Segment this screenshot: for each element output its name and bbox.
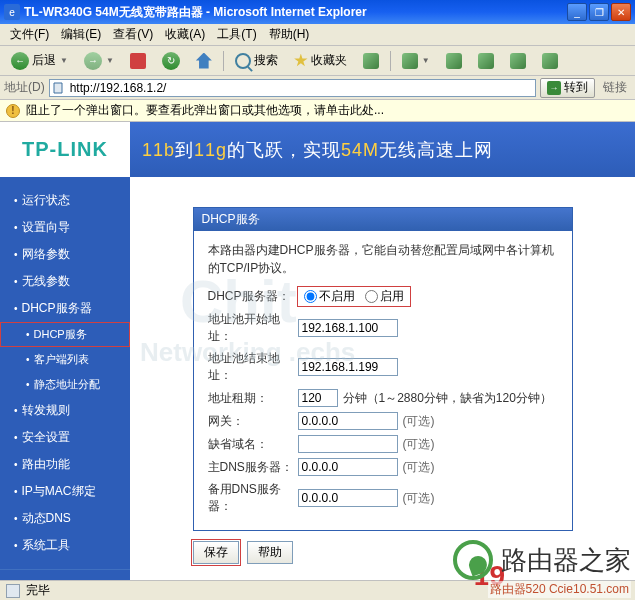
window-title: TL-WR340G 54M无线宽带路由器 - Microsoft Interne… (24, 4, 567, 21)
print-button[interactable] (439, 49, 469, 73)
mail-button[interactable]: ▼ (395, 49, 437, 73)
search-icon (235, 53, 251, 69)
page-content: TP-LINK 11b到11g的飞跃，实现54M无线高速上网 运行状态 设置向导… (0, 122, 635, 588)
save-button[interactable]: 保存 (193, 541, 239, 564)
sidebar-item-status[interactable]: 运行状态 (0, 187, 130, 214)
main-area: 运行状态 设置向导 网络参数 无线参数 DHCP服务器 DHCP服务 客户端列表… (0, 177, 635, 588)
chevron-down-icon: ▼ (106, 56, 114, 65)
refresh-button[interactable]: ↻ (155, 49, 187, 73)
label-start-ip: 地址池开始地址： (208, 311, 298, 345)
search-button[interactable]: 搜索 (228, 49, 285, 73)
research-button[interactable] (503, 49, 533, 73)
history-icon (363, 53, 379, 69)
print-icon (446, 53, 462, 69)
popup-blocked-infobar[interactable]: ! 阻止了一个弹出窗口。要查看此弹出窗口或其他选项，请单击此处... (0, 100, 635, 122)
help-button[interactable]: 帮助 (247, 541, 293, 564)
menu-help[interactable]: 帮助(H) (263, 24, 316, 45)
sidebar-item-ipmac[interactable]: IP与MAC绑定 (0, 478, 130, 505)
stop-icon (130, 53, 146, 69)
menu-file[interactable]: 文件(F) (4, 24, 55, 45)
optional-hint: (可选) (403, 490, 435, 507)
row-dhcp-server: DHCP服务器： 不启用 启用 (208, 287, 558, 306)
sidebar-item-static-assign[interactable]: 静态地址分配 (0, 372, 130, 397)
research-icon (510, 53, 526, 69)
label-domain: 缺省域名： (208, 436, 298, 453)
input-lease[interactable] (298, 389, 338, 407)
sidebar-item-routing[interactable]: 路由功能 (0, 451, 130, 478)
label-dns2: 备用DNS服务器： (208, 481, 298, 515)
page-body: Chit Networking .echs DHCP服务 本路由器内建DHCP服… (130, 177, 635, 588)
panel-description: 本路由器内建DHCP服务器，它能自动替您配置局域网中各计算机的TCP/IP协议。 (208, 241, 558, 277)
chevron-down-icon: ▼ (60, 56, 68, 65)
chevron-down-icon: ▼ (422, 56, 430, 65)
mail-icon (402, 53, 418, 69)
menu-edit[interactable]: 编辑(E) (55, 24, 107, 45)
maximize-button[interactable]: ❐ (589, 3, 609, 21)
status-bar: 完毕 (0, 580, 635, 600)
row-end-ip: 地址池结束地址： (208, 350, 558, 384)
label-end-ip: 地址池结束地址： (208, 350, 298, 384)
menu-bar: 文件(F) 编辑(E) 查看(V) 收藏(A) 工具(T) 帮助(H) (0, 24, 635, 46)
star-icon (294, 54, 308, 68)
minimize-button[interactable]: _ (567, 3, 587, 21)
radio-disable[interactable]: 不启用 (304, 288, 355, 305)
row-domain: 缺省域名： (可选) (208, 435, 558, 453)
sidebar-item-wireless[interactable]: 无线参数 (0, 268, 130, 295)
messenger-icon (542, 53, 558, 69)
separator (390, 51, 391, 71)
banner: TP-LINK 11b到11g的飞跃，实现54M无线高速上网 (0, 122, 635, 177)
favorites-button[interactable]: 收藏夹 (287, 49, 354, 73)
ie-icon: e (4, 4, 20, 20)
input-domain[interactable] (298, 435, 398, 453)
radio-enable[interactable]: 启用 (365, 288, 404, 305)
sidebar-item-dhcp-server[interactable]: DHCP服务器 (0, 295, 130, 322)
dhcp-panel: DHCP服务 本路由器内建DHCP服务器，它能自动替您配置局域网中各计算机的TC… (193, 207, 573, 531)
row-lease: 地址租期： 分钟（1～2880分钟，缺省为120分钟） (208, 389, 558, 407)
home-icon (196, 53, 212, 69)
address-input[interactable] (49, 79, 536, 97)
messenger-button[interactable] (535, 49, 565, 73)
history-button[interactable] (356, 49, 386, 73)
close-button[interactable]: ✕ (611, 3, 631, 21)
panel-title: DHCP服务 (194, 208, 572, 231)
input-gateway[interactable] (298, 412, 398, 430)
sidebar-item-ddns[interactable]: 动态DNS (0, 505, 130, 532)
sidebar-item-system[interactable]: 系统工具 (0, 532, 130, 559)
sidebar-item-network[interactable]: 网络参数 (0, 241, 130, 268)
row-start-ip: 地址池开始地址： (208, 311, 558, 345)
input-dns1[interactable] (298, 458, 398, 476)
input-start-ip[interactable] (298, 319, 398, 337)
go-icon: → (547, 81, 561, 95)
back-button[interactable]: ←后退▼ (4, 49, 75, 73)
label-lease: 地址租期： (208, 390, 298, 407)
sidebar-item-wizard[interactable]: 设置向导 (0, 214, 130, 241)
sidebar-item-security[interactable]: 安全设置 (0, 424, 130, 451)
menu-tools[interactable]: 工具(T) (211, 24, 262, 45)
row-dns1: 主DNS服务器： (可选) (208, 458, 558, 476)
separator (223, 51, 224, 71)
menu-view[interactable]: 查看(V) (107, 24, 159, 45)
input-dns2[interactable] (298, 489, 398, 507)
home-button[interactable] (189, 49, 219, 73)
sidebar: 运行状态 设置向导 网络参数 无线参数 DHCP服务器 DHCP服务 客户端列表… (0, 177, 130, 588)
address-bar: 地址(D) →转到 链接 (0, 76, 635, 100)
edit-button[interactable] (471, 49, 501, 73)
forward-icon: → (84, 52, 102, 70)
tplink-logo: TP-LINK (0, 122, 130, 177)
go-button[interactable]: →转到 (540, 78, 595, 98)
toolbar: ←后退▼ →▼ ↻ 搜索 收藏夹 ▼ (0, 46, 635, 76)
sidebar-item-dhcp-service[interactable]: DHCP服务 (0, 322, 130, 347)
sidebar-item-forwarding[interactable]: 转发规则 (0, 397, 130, 424)
row-gateway: 网关： (可选) (208, 412, 558, 430)
links-label[interactable]: 链接 (599, 79, 631, 96)
stop-button[interactable] (123, 49, 153, 73)
info-icon: ! (6, 104, 20, 118)
label-dhcp-server: DHCP服务器： (208, 288, 298, 305)
label-dns1: 主DNS服务器： (208, 459, 298, 476)
sidebar-item-client-list[interactable]: 客户端列表 (0, 347, 130, 372)
infobar-text: 阻止了一个弹出窗口。要查看此弹出窗口或其他选项，请单击此处... (26, 102, 384, 119)
status-text: 完毕 (26, 582, 50, 599)
input-end-ip[interactable] (298, 358, 398, 376)
menu-favorites[interactable]: 收藏(A) (159, 24, 211, 45)
forward-button[interactable]: →▼ (77, 49, 121, 73)
